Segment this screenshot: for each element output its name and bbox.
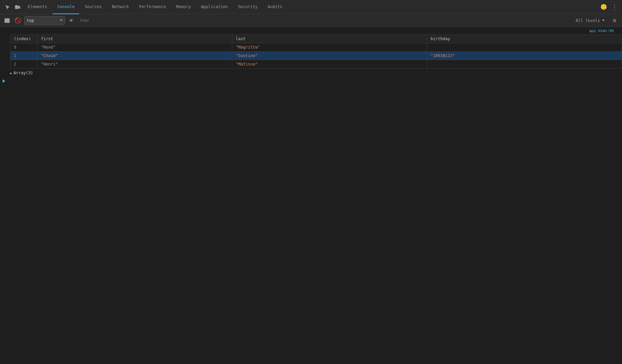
cell-birthday: "18930113" (427, 52, 622, 60)
cell-index: 1 (10, 52, 38, 60)
cell-last: "Soutine" (232, 52, 427, 60)
cell-last: "Magritte" (232, 43, 427, 52)
array-summary-label: Array(3) (14, 71, 33, 75)
tab-security[interactable]: Security (233, 0, 262, 14)
cell-index: 0 (10, 43, 38, 52)
table-row[interactable]: 0"René""Magritte" (10, 43, 622, 52)
svg-rect-1 (18, 6, 20, 8)
col-header-index: (index) (10, 35, 38, 43)
cell-birthday (427, 60, 622, 69)
more-options-btn[interactable]: ⋮ (610, 2, 619, 12)
settings-gear-btn[interactable]: ⚙ (610, 16, 619, 25)
cell-first: "Chaim" (38, 52, 232, 60)
tab-console[interactable]: Console (53, 0, 79, 14)
context-selector[interactable]: top (24, 16, 65, 25)
svg-rect-0 (15, 5, 18, 9)
levels-dropdown[interactable]: All levels (573, 16, 608, 25)
tab-sources[interactable]: Sources (80, 0, 106, 14)
prompt-caret-icon (3, 79, 5, 83)
sidebar-toggle-btn[interactable] (3, 16, 11, 25)
filter-container (78, 16, 571, 25)
clear-console-btn[interactable]: 🚫 (14, 16, 22, 25)
col-header-last: last (232, 35, 427, 43)
console-prompt (0, 77, 622, 85)
levels-chevron-icon (602, 20, 605, 21)
tab-memory[interactable]: Memory (171, 0, 195, 14)
device-toolbar-btn[interactable] (13, 2, 22, 12)
tab-elements[interactable]: Elements (23, 0, 52, 14)
tab-performance[interactable]: Performance (135, 0, 171, 14)
cell-first: "Henri" (38, 60, 232, 69)
context-label: top (27, 18, 58, 23)
cell-first: "René" (38, 43, 232, 52)
console-content: api.html:95 (index) first last birthday … (0, 27, 622, 364)
tab-network[interactable]: Network (107, 0, 134, 14)
chevron-down-icon (60, 20, 63, 21)
console-table: (index) first last birthday 0"René""Magr… (10, 34, 622, 69)
cell-last: "Matisse" (232, 60, 427, 69)
levels-label: All levels (576, 18, 600, 23)
preserve-log-btn[interactable]: 👁 (67, 16, 76, 25)
source-link[interactable]: api.html:95 (585, 27, 618, 34)
feedback-icon-btn[interactable]: 🙂 (599, 2, 608, 12)
console-toolbar: 🚫 top 👁 All levels ⚙ (0, 14, 622, 27)
col-header-first: first (38, 35, 232, 43)
filter-input[interactable] (80, 18, 568, 23)
tab-audits[interactable]: Audits (263, 0, 287, 14)
svg-rect-2 (5, 19, 9, 23)
tab-application[interactable]: Application (196, 0, 232, 14)
table-row[interactable]: 1"Chaim""Soutine""18930113" (10, 52, 622, 60)
cell-birthday (427, 43, 622, 52)
devtools-nav-bar: Elements Console Sources Network Perform… (0, 0, 622, 14)
col-header-birthday: birthday (427, 35, 622, 43)
cursor-icon-btn[interactable] (3, 2, 12, 12)
triangle-icon: ▶ (10, 71, 12, 75)
table-row[interactable]: 2"Henri""Matisse" (10, 60, 622, 69)
cell-index: 2 (10, 60, 38, 69)
array-summary[interactable]: ▶ Array(3) (0, 69, 622, 77)
